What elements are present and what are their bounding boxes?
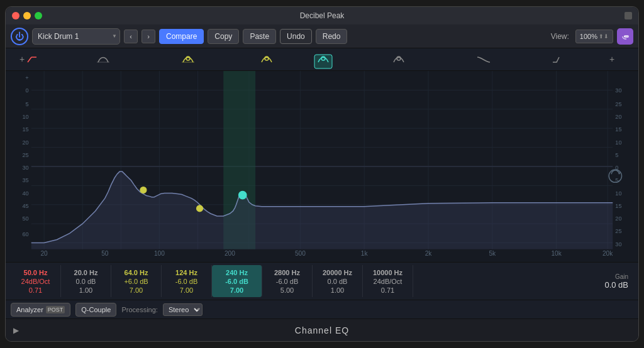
band2-q[interactable]: 1.00 [79, 286, 92, 294]
title-bar: Decibel Peak [6, 7, 638, 24]
svg-point-69 [140, 187, 147, 193]
add-band-right[interactable]: + [609, 54, 614, 64]
svg-text:10k: 10k [551, 250, 562, 257]
band3-freq[interactable]: 64.0 Hz [125, 269, 148, 276]
compare-button[interactable]: Compare [159, 29, 204, 44]
nav-back-button[interactable]: ‹ [124, 30, 138, 43]
band3-q[interactable]: 7.00 [130, 286, 143, 294]
qcouple-button[interactable]: Q-Couple [75, 303, 116, 317]
gain-display: Gain 0.0 dB [604, 265, 633, 297]
power-button[interactable]: ⏻ [11, 28, 28, 45]
band5-handle[interactable] [314, 55, 332, 68]
svg-text:200: 200 [225, 250, 235, 257]
band-handles-row: + + [6, 48, 638, 71]
window-icon [625, 12, 632, 19]
band8-handle[interactable] [553, 57, 559, 62]
band5-freq[interactable]: 240 Hz [226, 269, 248, 276]
svg-text:10: 10 [615, 139, 621, 146]
band5-q[interactable]: 7.00 [230, 286, 243, 294]
band1-params: 50.0 Hz 24dB/Oct 0.71 [11, 265, 61, 297]
band5-params: 240 Hz -6.0 dB 7.00 [212, 265, 262, 297]
band6-gain[interactable]: -6.0 dB [276, 278, 298, 285]
undo-button[interactable]: Undo [280, 29, 312, 44]
svg-text:+: + [25, 75, 28, 81]
svg-text:50: 50 [101, 250, 109, 257]
preset-select[interactable]: Kick Drum 1 [32, 28, 120, 45]
band4-freq[interactable]: 124 Hz [175, 269, 197, 276]
band6-handle[interactable] [394, 57, 404, 62]
svg-text:0: 0 [26, 87, 29, 94]
band7-handle[interactable] [477, 57, 490, 62]
svg-text:30: 30 [615, 241, 621, 247]
band2-params: 20.0 Hz 0.0 dB 1.00 [61, 265, 111, 297]
view-stepper[interactable]: ⬆⬇ [599, 33, 609, 40]
svg-text:20k: 20k [602, 250, 613, 257]
footer: ▶ Channel EQ [6, 318, 638, 341]
svg-text:5: 5 [615, 152, 618, 158]
band8-gain[interactable]: 24dB/Oct [374, 278, 402, 285]
band1-handle[interactable] [28, 57, 36, 62]
preset-wrapper: Kick Drum 1 ▼ [32, 28, 120, 45]
window-controls [12, 12, 42, 19]
plugin-window: Decibel Peak ⏻ Kick Drum 1 ▼ ‹ › Compare… [5, 6, 639, 342]
band2-handle[interactable] [97, 58, 109, 63]
add-band-left[interactable]: + [19, 54, 25, 64]
band7-q[interactable]: 1.00 [331, 286, 344, 294]
band6-freq[interactable]: 2800 Hz [274, 269, 300, 276]
svg-text:45: 45 [22, 203, 28, 209]
svg-text:500: 500 [295, 250, 306, 257]
svg-text:20: 20 [22, 139, 28, 146]
svg-text:20: 20 [40, 250, 48, 257]
svg-text:30: 30 [22, 165, 28, 171]
svg-text:2k: 2k [425, 250, 433, 257]
band1-freq[interactable]: 50.0 Hz [24, 269, 48, 276]
band4-q[interactable]: 7.00 [180, 286, 193, 294]
svg-text:100: 100 [154, 250, 165, 257]
processing-select[interactable]: Stereo [163, 303, 203, 316]
band7-gain[interactable]: 0.0 dB [328, 278, 348, 285]
band8-params: 10000 Hz 24dB/Oct 0.71 [363, 265, 413, 297]
svg-text:60: 60 [22, 231, 28, 237]
processing-wrapper: Stereo ▼ [163, 303, 203, 316]
paste-button[interactable]: Paste [243, 29, 276, 44]
redo-button[interactable]: Redo [316, 29, 348, 44]
gain-label: Gain [615, 273, 628, 280]
band8-q[interactable]: 0.71 [381, 286, 394, 294]
nav-forward-button[interactable]: › [142, 30, 155, 43]
eq-area: + + [6, 48, 638, 262]
link-button[interactable] [617, 28, 633, 45]
svg-text:15: 15 [22, 126, 28, 133]
gain-value[interactable]: 0.0 dB [604, 280, 628, 290]
band3-gain[interactable]: +6.0 dB [124, 278, 148, 285]
svg-text:50: 50 [22, 215, 28, 222]
band8-freq[interactable]: 10000 Hz [373, 269, 402, 276]
analyzer-button[interactable]: Analyzer POST [11, 303, 70, 317]
band-handles-svg: + + [6, 48, 638, 71]
view-label: View: [551, 32, 569, 41]
link-icon [620, 31, 630, 41]
band3-handle[interactable] [182, 57, 194, 62]
bottom-controls: Analyzer POST Q-Couple Processing: Stere… [6, 300, 638, 318]
band7-freq[interactable]: 20000 Hz [323, 269, 352, 276]
band1-gain[interactable]: 24dB/Oct [21, 278, 50, 285]
minimize-dot[interactable] [23, 12, 31, 19]
band5-gain[interactable]: -6.0 dB [225, 278, 248, 285]
maximize-dot[interactable] [35, 12, 42, 19]
band1-q[interactable]: 0.71 [29, 286, 42, 294]
band7-params: 20000 Hz 0.0 dB 1.00 [313, 265, 363, 297]
svg-text:20: 20 [615, 114, 621, 120]
play-button[interactable]: ▶ [13, 326, 19, 335]
band2-freq[interactable]: 20.0 Hz [74, 269, 98, 276]
band4-gain[interactable]: -6.0 dB [175, 278, 197, 285]
svg-text:10: 10 [615, 190, 621, 197]
band6-q[interactable]: 5.00 [280, 286, 294, 294]
close-dot[interactable] [12, 12, 19, 19]
svg-text:35: 35 [22, 177, 28, 183]
svg-text:40: 40 [22, 190, 28, 197]
band3-params: 64.0 Hz +6.0 dB 7.00 [111, 265, 162, 297]
band2-gain[interactable]: 0.0 dB [76, 278, 96, 285]
copy-button[interactable]: Copy [208, 29, 239, 44]
window-title: Decibel Peak [300, 11, 345, 20]
eq-main[interactable]: + 0 5 10 15 20 25 30 35 40 45 50 60 30 [6, 71, 638, 262]
band4-handle[interactable] [262, 57, 272, 62]
